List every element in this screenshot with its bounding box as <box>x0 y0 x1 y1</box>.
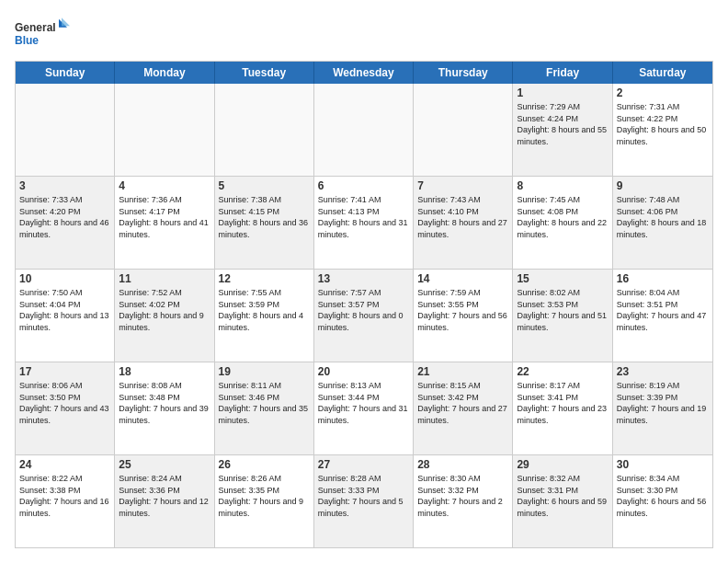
cal-week-4: 17Sunrise: 8:06 AM Sunset: 3:50 PM Dayli… <box>16 362 712 455</box>
day-number: 12 <box>219 272 310 285</box>
day-info: Sunrise: 8:13 AM Sunset: 3:44 PM Dayligh… <box>318 380 409 426</box>
cal-header-saturday: Saturday <box>613 62 712 84</box>
day-info: Sunrise: 7:36 AM Sunset: 4:17 PM Dayligh… <box>119 194 210 240</box>
day-info: Sunrise: 8:11 AM Sunset: 3:46 PM Dayligh… <box>219 380 310 426</box>
cal-cell: 17Sunrise: 8:06 AM Sunset: 3:50 PM Dayli… <box>16 362 115 454</box>
cal-week-5: 24Sunrise: 8:22 AM Sunset: 3:38 PM Dayli… <box>16 455 712 547</box>
day-info: Sunrise: 7:55 AM Sunset: 3:59 PM Dayligh… <box>219 287 310 333</box>
cal-cell: 26Sunrise: 8:26 AM Sunset: 3:35 PM Dayli… <box>215 455 314 547</box>
day-number: 1 <box>517 86 608 99</box>
day-number: 8 <box>517 179 608 192</box>
header: General Blue <box>15 15 713 52</box>
cal-cell <box>16 84 115 176</box>
page: General Blue SundayMondayTuesdayWednesda… <box>0 0 728 563</box>
cal-cell: 6Sunrise: 7:41 AM Sunset: 4:13 PM Daylig… <box>314 177 414 269</box>
day-number: 18 <box>119 365 210 378</box>
day-number: 14 <box>417 272 508 285</box>
cal-cell <box>414 84 513 176</box>
day-info: Sunrise: 8:32 AM Sunset: 3:31 PM Dayligh… <box>517 473 608 519</box>
day-info: Sunrise: 8:26 AM Sunset: 3:35 PM Dayligh… <box>219 473 310 519</box>
day-info: Sunrise: 8:24 AM Sunset: 3:36 PM Dayligh… <box>119 473 210 519</box>
cal-week-3: 10Sunrise: 7:50 AM Sunset: 4:04 PM Dayli… <box>16 270 712 362</box>
logo: General Blue <box>15 15 70 52</box>
cal-cell <box>215 84 314 176</box>
day-info: Sunrise: 8:22 AM Sunset: 3:38 PM Dayligh… <box>19 473 110 519</box>
cal-cell: 24Sunrise: 8:22 AM Sunset: 3:38 PM Dayli… <box>16 455 115 547</box>
day-number: 15 <box>517 272 608 285</box>
cal-cell: 16Sunrise: 8:04 AM Sunset: 3:51 PM Dayli… <box>613 270 712 362</box>
cal-cell: 9Sunrise: 7:48 AM Sunset: 4:06 PM Daylig… <box>613 177 712 269</box>
day-number: 5 <box>219 179 310 192</box>
day-number: 17 <box>19 365 110 378</box>
day-number: 7 <box>417 179 508 192</box>
day-number: 2 <box>617 86 709 99</box>
cal-cell: 23Sunrise: 8:19 AM Sunset: 3:39 PM Dayli… <box>613 362 712 454</box>
cal-cell <box>314 84 414 176</box>
day-number: 23 <box>617 365 709 378</box>
day-number: 27 <box>318 458 409 471</box>
calendar-header-row: SundayMondayTuesdayWednesdayThursdayFrid… <box>16 62 712 84</box>
day-info: Sunrise: 8:17 AM Sunset: 3:41 PM Dayligh… <box>517 380 608 426</box>
day-number: 16 <box>617 272 709 285</box>
day-info: Sunrise: 7:33 AM Sunset: 4:20 PM Dayligh… <box>19 194 110 240</box>
day-info: Sunrise: 7:50 AM Sunset: 4:04 PM Dayligh… <box>19 287 110 333</box>
cal-cell: 25Sunrise: 8:24 AM Sunset: 3:36 PM Dayli… <box>115 455 214 547</box>
cal-header-thursday: Thursday <box>414 62 513 84</box>
day-info: Sunrise: 7:41 AM Sunset: 4:13 PM Dayligh… <box>318 194 409 240</box>
cal-header-friday: Friday <box>513 62 612 84</box>
cal-cell: 4Sunrise: 7:36 AM Sunset: 4:17 PM Daylig… <box>115 177 214 269</box>
calendar: SundayMondayTuesdayWednesdayThursdayFrid… <box>15 61 713 548</box>
cal-cell: 5Sunrise: 7:38 AM Sunset: 4:15 PM Daylig… <box>215 177 314 269</box>
day-number: 25 <box>119 458 210 471</box>
day-info: Sunrise: 8:28 AM Sunset: 3:33 PM Dayligh… <box>318 473 409 519</box>
day-number: 9 <box>617 179 709 192</box>
day-info: Sunrise: 8:02 AM Sunset: 3:53 PM Dayligh… <box>517 287 608 333</box>
day-number: 24 <box>19 458 110 471</box>
cal-header-sunday: Sunday <box>16 62 115 84</box>
day-number: 3 <box>19 179 110 192</box>
cal-cell: 3Sunrise: 7:33 AM Sunset: 4:20 PM Daylig… <box>16 177 115 269</box>
cal-cell: 10Sunrise: 7:50 AM Sunset: 4:04 PM Dayli… <box>16 270 115 362</box>
day-number: 29 <box>517 458 608 471</box>
cal-header-tuesday: Tuesday <box>215 62 314 84</box>
calendar-body: 1Sunrise: 7:29 AM Sunset: 4:24 PM Daylig… <box>16 84 712 547</box>
day-number: 22 <box>517 365 608 378</box>
cal-cell: 22Sunrise: 8:17 AM Sunset: 3:41 PM Dayli… <box>513 362 612 454</box>
day-info: Sunrise: 8:19 AM Sunset: 3:39 PM Dayligh… <box>617 380 709 426</box>
cal-cell: 21Sunrise: 8:15 AM Sunset: 3:42 PM Dayli… <box>414 362 513 454</box>
cal-cell: 11Sunrise: 7:52 AM Sunset: 4:02 PM Dayli… <box>115 270 214 362</box>
cal-header-wednesday: Wednesday <box>314 62 414 84</box>
day-info: Sunrise: 7:43 AM Sunset: 4:10 PM Dayligh… <box>417 194 508 240</box>
svg-text:General: General <box>15 21 56 34</box>
day-info: Sunrise: 8:04 AM Sunset: 3:51 PM Dayligh… <box>617 287 709 333</box>
cal-cell: 20Sunrise: 8:13 AM Sunset: 3:44 PM Dayli… <box>314 362 414 454</box>
day-number: 13 <box>318 272 409 285</box>
day-info: Sunrise: 7:45 AM Sunset: 4:08 PM Dayligh… <box>517 194 608 240</box>
cal-cell: 28Sunrise: 8:30 AM Sunset: 3:32 PM Dayli… <box>414 455 513 547</box>
day-number: 19 <box>219 365 310 378</box>
day-info: Sunrise: 8:30 AM Sunset: 3:32 PM Dayligh… <box>417 473 508 519</box>
day-number: 4 <box>119 179 210 192</box>
svg-text:Blue: Blue <box>15 34 39 47</box>
cal-cell: 12Sunrise: 7:55 AM Sunset: 3:59 PM Dayli… <box>215 270 314 362</box>
day-info: Sunrise: 7:59 AM Sunset: 3:55 PM Dayligh… <box>417 287 508 333</box>
day-info: Sunrise: 8:08 AM Sunset: 3:48 PM Dayligh… <box>119 380 210 426</box>
day-info: Sunrise: 7:57 AM Sunset: 3:57 PM Dayligh… <box>318 287 409 333</box>
day-info: Sunrise: 7:29 AM Sunset: 4:24 PM Dayligh… <box>517 101 608 147</box>
cal-cell: 2Sunrise: 7:31 AM Sunset: 4:22 PM Daylig… <box>613 84 712 176</box>
svg-marker-3 <box>62 17 70 26</box>
day-number: 11 <box>119 272 210 285</box>
day-info: Sunrise: 8:06 AM Sunset: 3:50 PM Dayligh… <box>19 380 110 426</box>
day-number: 26 <box>219 458 310 471</box>
cal-week-2: 3Sunrise: 7:33 AM Sunset: 4:20 PM Daylig… <box>16 177 712 270</box>
cal-cell: 8Sunrise: 7:45 AM Sunset: 4:08 PM Daylig… <box>513 177 612 269</box>
cal-cell: 30Sunrise: 8:34 AM Sunset: 3:30 PM Dayli… <box>613 455 712 547</box>
day-info: Sunrise: 8:34 AM Sunset: 3:30 PM Dayligh… <box>617 473 709 519</box>
day-number: 21 <box>417 365 508 378</box>
day-info: Sunrise: 7:52 AM Sunset: 4:02 PM Dayligh… <box>119 287 210 333</box>
day-number: 10 <box>19 272 110 285</box>
day-info: Sunrise: 7:31 AM Sunset: 4:22 PM Dayligh… <box>617 101 709 147</box>
cal-week-1: 1Sunrise: 7:29 AM Sunset: 4:24 PM Daylig… <box>16 84 712 177</box>
day-number: 30 <box>617 458 709 471</box>
cal-cell <box>115 84 214 176</box>
